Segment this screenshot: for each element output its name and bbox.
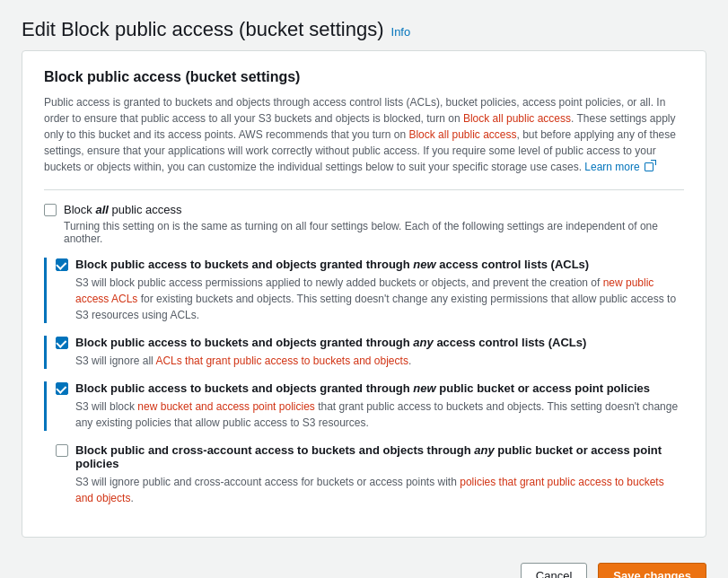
- option-desc-4: S3 will ignore public and cross-account …: [75, 474, 684, 506]
- option-row-1: Block public access to buckets and objec…: [44, 258, 684, 323]
- option-checkbox-3[interactable]: [56, 382, 68, 395]
- save-button[interactable]: Save changes: [598, 563, 706, 578]
- option-header-1: Block public access to buckets and objec…: [56, 258, 684, 271]
- option-header-4: Block public and cross-account access to…: [56, 443, 684, 470]
- option-row-4: Block public and cross-account access to…: [44, 443, 684, 506]
- option-label-3: Block public access to buckets and objec…: [75, 381, 650, 395]
- main-content: Block public access (bucket settings) Pu…: [22, 50, 706, 538]
- option-row-3: Block public access to buckets and objec…: [44, 381, 684, 431]
- option-row-2: Block public access to buckets and objec…: [44, 336, 684, 369]
- external-link-icon: [645, 162, 653, 171]
- options-container: Block public access to buckets and objec…: [44, 258, 684, 506]
- option-checkbox-2[interactable]: [56, 337, 68, 349]
- option-header-2: Block public access to buckets and objec…: [56, 336, 684, 349]
- page-header: Edit Block public access (bucket setting…: [0, 0, 728, 50]
- master-option-label: Block all public access: [64, 203, 182, 216]
- learn-more-link[interactable]: Learn more: [584, 161, 653, 173]
- page-container: Edit Block public access (bucket setting…: [0, 0, 728, 578]
- master-checkbox[interactable]: [44, 204, 57, 216]
- option-desc-1: S3 will block public access permissions …: [75, 275, 684, 323]
- option-checkbox-4[interactable]: [56, 444, 68, 457]
- option-header-3: Block public access to buckets and objec…: [56, 381, 684, 395]
- option-label-2: Block public access to buckets and objec…: [75, 336, 586, 349]
- option-label-1: Block public access to buckets and objec…: [75, 258, 589, 271]
- option-desc-2: S3 will ignore all ACLs that grant publi…: [75, 353, 684, 369]
- master-option-row: Block all public access: [44, 203, 684, 216]
- section-title: Block public access (bucket settings): [44, 69, 684, 85]
- divider: [44, 189, 684, 190]
- option-checkbox-1[interactable]: [56, 258, 68, 271]
- section-description: Public access is granted to buckets and …: [44, 94, 684, 175]
- option-desc-3: S3 will block new bucket and access poin…: [75, 398, 684, 431]
- cancel-button[interactable]: Cancel: [521, 563, 587, 578]
- page-title: Edit Block public access (bucket setting…: [22, 18, 384, 41]
- option-label-4: Block public and cross-account access to…: [75, 443, 684, 470]
- info-link[interactable]: Info: [391, 25, 411, 39]
- footer: Cancel Save changes: [0, 552, 728, 578]
- master-option-subtext: Turning this setting on is the same as t…: [64, 220, 684, 245]
